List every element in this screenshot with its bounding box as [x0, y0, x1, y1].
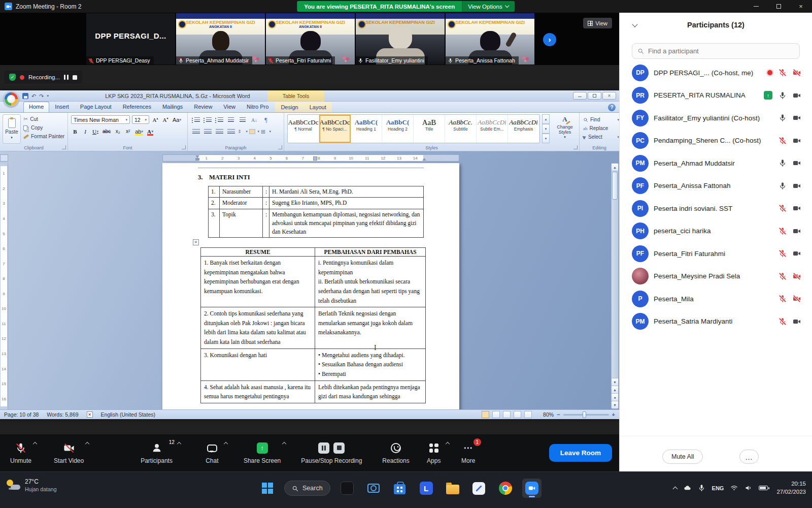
participant-row[interactable]: PM Peserta_Ahmad Muddatsir: [620, 152, 812, 175]
style-gallery-item[interactable]: AaBbCcDc ¶ No Spaci...: [319, 115, 351, 143]
borders-button[interactable]: ⊞▾: [261, 127, 271, 136]
style-gallery-item[interactable]: AaBbC( Heading 1: [351, 115, 382, 143]
style-gallery-item[interactable]: AaB Title: [414, 115, 445, 143]
search-input[interactable]: [648, 47, 794, 55]
page-indicator[interactable]: Page: 10 of 38: [4, 411, 39, 418]
font-color-button[interactable]: A▾: [146, 127, 154, 136]
participant-row[interactable]: Peserta_Meysine Pradi Sela: [620, 265, 812, 288]
line-spacing-button[interactable]: ⇕▾: [238, 127, 248, 136]
resume-cell[interactable]: 4. Sehat adalah hak asasi manusia , kare…: [201, 380, 315, 403]
italic-button[interactable]: I: [81, 127, 89, 136]
vertical-ruler[interactable]: 1 2 3 4 5 6 7 8 9 10 11 12 13 14 15 16: [0, 163, 8, 409]
label-cell[interactable]: Moderator: [220, 198, 263, 209]
scroll-up-button[interactable]: ▲: [612, 164, 618, 171]
battery-icon[interactable]: [759, 486, 768, 490]
undo-button[interactable]: ↶: [31, 93, 36, 100]
numbering-button[interactable]: [202, 115, 213, 124]
decrease-indent-button[interactable]: [226, 115, 236, 124]
bullets-button[interactable]: [191, 115, 201, 124]
separator-cell[interactable]: :: [263, 186, 269, 198]
label-cell[interactable]: Topik: [220, 209, 263, 238]
show-paragraph-marks-button[interactable]: ¶: [261, 115, 271, 124]
leave-room-button[interactable]: Leave Room: [549, 444, 612, 462]
align-center-button[interactable]: [202, 127, 213, 136]
hidden-icons-chevron[interactable]: [672, 486, 678, 491]
taskbar-search[interactable]: Search: [284, 481, 330, 496]
reactions-button[interactable]: Reactions: [382, 442, 409, 464]
document-page[interactable]: 3. MATERI INTI 1. Narasumber : H. Mardan…: [162, 163, 459, 409]
pembahasan-cell[interactable]: Lebih ditekankan pada pentingnya menjaga…: [315, 380, 426, 403]
apps-caret[interactable]: [445, 441, 449, 446]
font-family-combobox[interactable]: Times New Roman▾: [71, 115, 130, 124]
grow-font-button[interactable]: A▴: [151, 115, 159, 124]
font-dialog-launcher[interactable]: [182, 145, 186, 149]
pembahasan-cell[interactable]: • Mengetahui audiens yang dihadapi. • Se…: [315, 348, 426, 380]
pen-app-icon[interactable]: [469, 479, 489, 498]
video-tile-anissa[interactable]: SEKOLAH KEPEMIMPINAN GIZI Peserta_Anissa…: [446, 13, 534, 65]
wifi-icon[interactable]: [730, 484, 738, 492]
table-column-marker[interactable]: [313, 156, 317, 161]
table-row[interactable]: 4. Sehat adalah hak asasi manusia , kare…: [201, 380, 426, 403]
pembahasan-cell[interactable]: i. Pentingnya komunikasi dalam kepemimpi…: [315, 257, 426, 307]
value-cell[interactable]: H. Mardani Ali Sera, M.Eng. PhD.: [269, 186, 424, 198]
table-row[interactable]: 2. Moderator : Sugeng Eko Irianto, MPS, …: [209, 198, 424, 209]
table-row[interactable]: 1. Banyak riset berkaitan dengan kepemim…: [201, 257, 426, 307]
styles-dialog-launcher[interactable]: [573, 145, 578, 149]
table-row[interactable]: 1. Narasumber : H. Mardani Ali Sera, M.E…: [209, 186, 424, 198]
panel-more-button[interactable]: …: [739, 450, 759, 464]
strikethrough-button[interactable]: abc: [101, 127, 112, 136]
start-button[interactable]: [258, 479, 277, 498]
chrome-icon[interactable]: [496, 479, 515, 498]
file-explorer-icon[interactable]: [443, 479, 462, 498]
change-case-button[interactable]: Aa▾: [172, 115, 182, 124]
horizontal-ruler[interactable]: 1 2 3 4 5 6 7 8 9 10 11 12 13 14: [162, 154, 459, 162]
video-options-caret[interactable]: [85, 441, 89, 446]
row-number-cell[interactable]: 1.: [209, 186, 220, 198]
pause-recording-icon[interactable]: [318, 442, 329, 454]
table-row[interactable]: 3. Komunikasi dengan hati • Mengetahui a…: [201, 348, 426, 380]
participants-caret[interactable]: [177, 441, 181, 446]
participant-row[interactable]: DP DPP PERSAGI_... (Co-host, me): [620, 61, 812, 84]
justify-button[interactable]: [226, 127, 236, 136]
view-options-button[interactable]: View Options: [462, 1, 515, 12]
resume-cell[interactable]: 1. Banyak riset berkaitan dengan kepemim…: [201, 257, 315, 307]
increase-indent-button[interactable]: [238, 115, 248, 124]
styles-more-button[interactable]: ▼: [542, 134, 550, 143]
zoom-slider-thumb[interactable]: [583, 411, 586, 418]
chat-button[interactable]: Chat: [202, 442, 222, 464]
separator-cell[interactable]: :: [263, 209, 269, 238]
share-caret[interactable]: [282, 441, 286, 446]
ribbon-tab[interactable]: Layout: [304, 102, 332, 112]
participant-search-box[interactable]: [632, 43, 800, 59]
pembahasan-cell[interactable]: Berlatih Teknik negosiasi dengan menular…: [315, 307, 426, 349]
style-gallery-item[interactable]: AaBbCc. Subtitle: [445, 115, 477, 143]
label-cell[interactable]: Narasumber: [220, 186, 263, 198]
participant-row[interactable]: PI Peserta indri soviani. SST: [620, 197, 812, 220]
outline-view-button[interactable]: [514, 411, 521, 418]
cut-button[interactable]: ✂Cut: [23, 115, 64, 123]
style-gallery-item[interactable]: AaBbCcDi Subtle Em...: [477, 115, 508, 143]
ribbon-tab[interactable]: Insert: [49, 102, 75, 112]
participant-row[interactable]: P Peserta_Mila: [620, 288, 812, 310]
format-painter-button[interactable]: Format Painter: [23, 133, 64, 140]
styles-scroll-down-button[interactable]: ▼: [542, 124, 550, 134]
ribbon-tab[interactable]: Review: [188, 102, 218, 112]
select-browse-object-button[interactable]: ●: [612, 393, 618, 401]
ribbon-tab[interactable]: View: [218, 102, 241, 112]
video-tile-fitri[interactable]: SEKOLAH KEPEMIMPINAN GIZI ANGKATAN II Pe…: [266, 13, 355, 65]
clock[interactable]: 20:15 27/02/2023: [776, 480, 806, 496]
table-row[interactable]: 3. Topik : Membangun kemampuan diplomasi…: [209, 209, 424, 238]
text-highlight-button[interactable]: ab▾: [134, 127, 144, 136]
resume-cell[interactable]: 3. Komunikasi dengan hati: [201, 348, 315, 380]
next-videos-button[interactable]: ›: [543, 33, 556, 46]
stop-recording-button[interactable]: [73, 75, 77, 80]
print-layout-view-button[interactable]: [482, 411, 489, 418]
video-tile-dpp-persagi[interactable]: DPP PERSAGI_D... DPP PERSAGI_Deasy: [86, 13, 175, 65]
dark-app-icon[interactable]: [337, 479, 357, 498]
materi-inti-table[interactable]: 1. Narasumber : H. Mardani Ali Sera, M.E…: [208, 186, 424, 238]
superscript-button[interactable]: x²: [124, 127, 132, 136]
tray-mic-icon[interactable]: [698, 484, 705, 492]
l-app-icon[interactable]: L: [417, 479, 436, 498]
cloud-icon[interactable]: [684, 484, 691, 492]
find-button[interactable]: Find▾: [580, 115, 619, 124]
